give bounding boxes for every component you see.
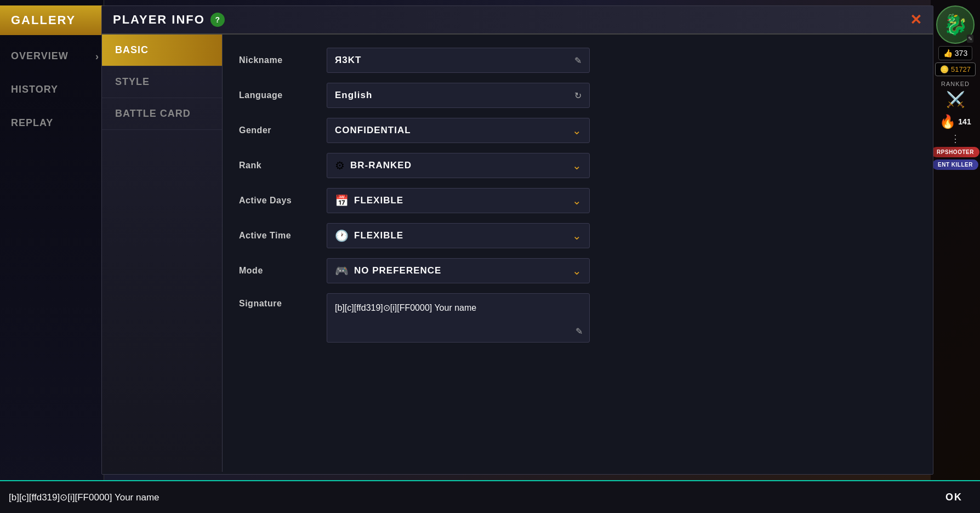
active-days-content: 📅 FLEXIBLE <box>335 194 572 207</box>
active-time-content: 🕐 FLEXIBLE <box>335 229 572 242</box>
mode-dropdown-icon[interactable]: ⌄ <box>572 264 582 277</box>
nav-style-label: STYLE <box>115 76 150 87</box>
coin-icon: 🪙 <box>940 65 949 73</box>
rank-value: BR-RANKED <box>350 160 412 171</box>
mode-value: NO PREFERENCE <box>354 265 441 276</box>
coins-badge: 🪙 51727 <box>935 62 976 76</box>
mode-field[interactable]: 🎮 NO PREFERENCE ⌄ <box>327 258 590 283</box>
more-icon[interactable]: ⋮ <box>950 133 960 145</box>
gender-label: Gender <box>239 126 316 135</box>
nav-item-style[interactable]: STYLE <box>102 66 222 98</box>
fire-icon: 🔥 <box>939 114 956 129</box>
sidebar-item-replay[interactable]: REPLAY <box>0 106 104 140</box>
active-days-dropdown-icon[interactable]: ⌄ <box>572 194 582 207</box>
sidebar-item-history[interactable]: HISTORY <box>0 73 104 106</box>
mode-content: 🎮 NO PREFERENCE <box>335 264 572 277</box>
gender-field[interactable]: CONFIDENTIAL ⌄ <box>327 118 590 143</box>
active-time-dropdown-icon[interactable]: ⌄ <box>572 229 582 242</box>
gender-dropdown-icon[interactable]: ⌄ <box>572 124 582 137</box>
gallery-tab[interactable]: GALLERY <box>0 5 104 35</box>
active-time-field[interactable]: 🕐 FLEXIBLE ⌄ <box>327 223 590 248</box>
signature-value: [b][c][ffd319]⊙[i][FF0000] Your name <box>335 303 493 312</box>
language-refresh-icon[interactable]: ↻ <box>574 90 582 101</box>
nickname-row: Nickname Я3KT ✎ <box>239 48 916 73</box>
active-time-value: FLEXIBLE <box>354 230 403 241</box>
left-sidebar: GALLERY OVERVIEW › HISTORY REPLAY <box>0 0 104 513</box>
nickname-value: Я3KT <box>335 55 361 66</box>
nav-basic-label: BASIC <box>115 44 149 55</box>
rank-icon: ⚔️ <box>946 90 965 109</box>
coins-count: 51727 <box>951 65 971 73</box>
rank-content: ⚙ BR-RANKED <box>335 159 572 172</box>
dialog-content: Nickname Я3KT ✎ Language English ↻ Gende… <box>223 35 933 472</box>
nickname-label: Nickname <box>239 55 316 65</box>
nav-item-battle-card[interactable]: BATTLE CARD <box>102 98 222 130</box>
dialog-header: PLAYER INFO ? ✕ <box>102 6 933 35</box>
gender-row: Gender CONFIDENTIAL ⌄ <box>239 118 916 143</box>
signature-label: Signature <box>239 293 316 309</box>
active-days-row: Active Days 📅 FLEXIBLE ⌄ <box>239 188 916 213</box>
avatar-edit-icon[interactable]: ✎ <box>967 35 973 43</box>
history-label: HISTORY <box>11 84 58 95</box>
fire-count: 141 <box>958 117 971 126</box>
replay-label: REPLAY <box>11 117 53 128</box>
likes-badge: 👍 373 <box>938 46 972 60</box>
chevron-right-icon: › <box>95 50 99 62</box>
bottom-bar: OK <box>0 480 980 513</box>
ranked-label: RANKED <box>941 81 970 87</box>
signature-field[interactable]: [b][c][ffd319]⊙[i][FF0000] Your name ✎ <box>327 293 590 343</box>
ok-button[interactable]: OK <box>937 487 971 508</box>
language-row: Language English ↻ <box>239 83 916 108</box>
mode-label: Mode <box>239 266 316 276</box>
active-time-row: Active Time 🕐 FLEXIBLE ⌄ <box>239 223 916 248</box>
signature-edit-icon[interactable]: ✎ <box>576 326 583 337</box>
active-time-label: Active Time <box>239 231 316 241</box>
overview-label: OVERVIEW <box>11 50 69 61</box>
signature-input[interactable] <box>9 492 930 503</box>
nav-battle-card-label: BATTLE CARD <box>115 108 191 119</box>
gender-value: CONFIDENTIAL <box>335 125 411 136</box>
mode-icon: 🎮 <box>335 264 349 277</box>
clock-icon: 🕐 <box>335 229 349 242</box>
language-value: English <box>335 90 372 101</box>
dialog-title: PLAYER INFO <box>113 13 205 27</box>
gallery-label: GALLERY <box>11 13 76 27</box>
rank-field[interactable]: ⚙ BR-RANKED ⌄ <box>327 153 590 178</box>
gender-content: CONFIDENTIAL <box>335 125 572 136</box>
active-days-label: Active Days <box>239 196 316 206</box>
right-panel: ✎ 👍 373 🪙 51727 RANKED ⚔️ 🔥 141 ⋮ RPSHOO… <box>931 0 980 513</box>
language-field[interactable]: English ↻ <box>327 83 590 108</box>
nav-item-basic[interactable]: BASIC <box>102 35 222 66</box>
calendar-icon: 📅 <box>335 194 349 207</box>
dialog-title-area: PLAYER INFO ? <box>113 13 225 27</box>
active-days-field[interactable]: 📅 FLEXIBLE ⌄ <box>327 188 590 213</box>
language-label: Language <box>239 90 316 100</box>
nickname-edit-icon[interactable]: ✎ <box>574 55 582 66</box>
dialog-layout: BASIC STYLE BATTLE CARD Nickname Я3KT ✎ … <box>102 35 933 472</box>
active-days-value: FLEXIBLE <box>354 195 403 206</box>
mode-row: Mode 🎮 NO PREFERENCE ⌄ <box>239 258 916 283</box>
rank-dropdown-icon[interactable]: ⌄ <box>572 159 582 172</box>
shooter-badge: RPSHOOTER <box>931 147 979 157</box>
nickname-field[interactable]: Я3KT ✎ <box>327 48 590 73</box>
player-info-dialog: PLAYER INFO ? ✕ BASIC STYLE BATTLE CARD <box>101 5 933 475</box>
rank-left-icon: ⚙ <box>335 159 345 172</box>
killer-badge: ENT KILLER <box>932 159 978 170</box>
help-button[interactable]: ? <box>210 13 225 27</box>
dialog-nav: BASIC STYLE BATTLE CARD <box>102 35 223 472</box>
thumbs-up-icon: 👍 <box>943 49 953 58</box>
signature-row: Signature [b][c][ffd319]⊙[i][FF0000] You… <box>239 293 916 343</box>
close-button[interactable]: ✕ <box>910 13 922 27</box>
rank-label: Rank <box>239 161 316 170</box>
sidebar-item-overview[interactable]: OVERVIEW › <box>0 39 104 73</box>
rank-row: Rank ⚙ BR-RANKED ⌄ <box>239 153 916 178</box>
likes-count: 373 <box>955 49 967 58</box>
